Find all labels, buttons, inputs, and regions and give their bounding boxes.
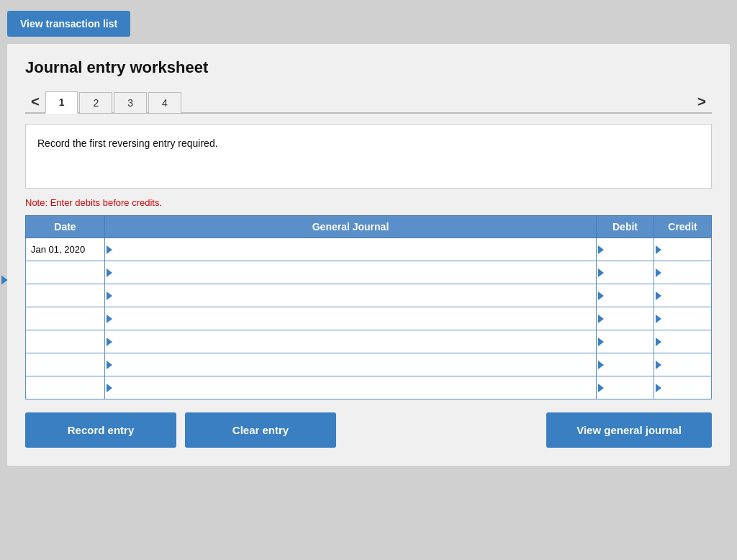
credit-input-2[interactable] — [657, 287, 708, 304]
debit-cell-2[interactable] — [597, 284, 654, 307]
date-cell-0[interactable] — [26, 238, 105, 261]
date-cell-3[interactable] — [26, 307, 105, 330]
credit-arrow-icon — [656, 315, 661, 323]
top-bar: View transaction list — [0, 0, 737, 44]
credit-input-4[interactable] — [657, 333, 708, 350]
credit-cell-0[interactable] — [654, 238, 712, 261]
journal-cell-2[interactable] — [105, 284, 597, 307]
date-cell-5[interactable] — [26, 353, 105, 376]
journal-table: Date General Journal Debit Credit — [25, 215, 712, 399]
col-header-credit: Credit — [654, 216, 712, 238]
date-cell-4[interactable] — [26, 330, 105, 353]
credit-input-0[interactable] — [657, 241, 708, 258]
debit-arrow-icon — [598, 338, 604, 346]
journal-cell-0[interactable] — [105, 238, 597, 261]
debit-cell-1[interactable] — [597, 261, 654, 284]
credit-cell-3[interactable] — [654, 307, 712, 330]
credit-arrow-icon — [656, 361, 661, 369]
credit-input-3[interactable] — [657, 310, 708, 327]
view-general-journal-button[interactable]: View general journal — [546, 412, 712, 448]
table-row — [26, 330, 712, 353]
debit-input-4[interactable] — [600, 333, 651, 350]
credit-input-5[interactable] — [657, 356, 708, 373]
table-row — [26, 238, 712, 261]
journal-arrow-icon — [107, 245, 112, 254]
tab-4[interactable]: 4 — [148, 92, 181, 113]
journal-cell-3[interactable] — [105, 307, 597, 330]
journal-cell-6[interactable] — [105, 376, 597, 399]
journal-arrow-icon — [107, 292, 112, 300]
panel-title: Journal entry worksheet — [25, 58, 712, 77]
col-header-journal: General Journal — [105, 216, 597, 238]
journal-cell-5[interactable] — [105, 353, 597, 376]
debit-cell-3[interactable] — [597, 307, 654, 330]
tabs-row: < 1 2 3 4 > — [25, 90, 712, 114]
credit-arrow-icon — [656, 384, 661, 392]
credit-cell-4[interactable] — [654, 330, 712, 353]
journal-input-1[interactable] — [108, 264, 593, 281]
note-text: Note: Enter debits before credits. — [25, 197, 712, 208]
date-cell-1[interactable] — [26, 261, 105, 284]
debit-cell-5[interactable] — [597, 353, 654, 376]
credit-arrow-icon — [656, 245, 661, 254]
credit-arrow-icon — [656, 338, 661, 346]
journal-input-6[interactable] — [108, 379, 593, 396]
credit-cell-5[interactable] — [654, 353, 712, 376]
tab-prev-button[interactable]: < — [25, 91, 45, 112]
journal-arrow-icon — [107, 315, 112, 323]
view-transaction-button[interactable]: View transaction list — [7, 11, 130, 37]
debit-input-0[interactable] — [600, 241, 651, 258]
debit-cell-6[interactable] — [597, 376, 654, 399]
date-arrow-icon — [1, 276, 7, 284]
table-row — [26, 353, 712, 376]
journal-arrow-icon — [107, 268, 112, 277]
journal-arrow-icon — [107, 384, 112, 392]
tab-1[interactable]: 1 — [45, 91, 78, 114]
journal-input-3[interactable] — [108, 310, 593, 327]
debit-input-1[interactable] — [600, 264, 651, 281]
tab-2[interactable]: 2 — [79, 92, 112, 113]
debit-input-6[interactable] — [600, 379, 651, 396]
debit-arrow-icon — [598, 245, 604, 254]
col-header-debit: Debit — [597, 216, 654, 238]
debit-arrow-icon — [598, 292, 604, 300]
credit-arrow-icon — [656, 292, 661, 300]
date-cell-2[interactable] — [26, 284, 105, 307]
table-row — [26, 261, 712, 284]
clear-entry-button[interactable]: Clear entry — [185, 412, 336, 448]
col-header-date: Date — [26, 216, 105, 238]
debit-arrow-icon — [598, 384, 604, 392]
debit-arrow-icon — [598, 268, 604, 277]
credit-arrow-icon — [656, 268, 661, 277]
debit-cell-0[interactable] — [597, 238, 654, 261]
credit-cell-1[interactable] — [654, 261, 712, 284]
journal-input-0[interactable] — [108, 241, 593, 258]
journal-cell-1[interactable] — [105, 261, 597, 284]
table-row — [26, 376, 712, 399]
instruction-text: Record the first reversing entry require… — [37, 137, 218, 149]
debit-input-5[interactable] — [600, 356, 651, 373]
journal-input-4[interactable] — [108, 333, 593, 350]
instruction-box: Record the first reversing entry require… — [25, 124, 712, 189]
journal-arrow-icon — [107, 338, 112, 346]
tab-3[interactable]: 3 — [114, 92, 147, 113]
debit-input-2[interactable] — [600, 287, 651, 304]
journal-input-2[interactable] — [108, 287, 593, 304]
tab-next-button[interactable]: > — [692, 91, 712, 112]
table-row — [26, 307, 712, 330]
journal-input-5[interactable] — [108, 356, 593, 373]
debit-cell-4[interactable] — [597, 330, 654, 353]
credit-input-1[interactable] — [657, 264, 708, 281]
debit-arrow-icon — [598, 361, 604, 369]
debit-input-3[interactable] — [600, 310, 651, 327]
journal-arrow-icon — [107, 361, 112, 369]
credit-input-6[interactable] — [657, 379, 708, 396]
credit-cell-6[interactable] — [654, 376, 712, 399]
record-entry-button[interactable]: Record entry — [25, 412, 176, 448]
date-input-0[interactable] — [30, 244, 101, 255]
debit-arrow-icon — [598, 315, 604, 323]
credit-cell-2[interactable] — [654, 284, 712, 307]
date-cell-6[interactable] — [26, 376, 105, 399]
buttons-row: Record entry Clear entry View general jo… — [25, 412, 712, 448]
journal-cell-4[interactable] — [105, 330, 597, 353]
